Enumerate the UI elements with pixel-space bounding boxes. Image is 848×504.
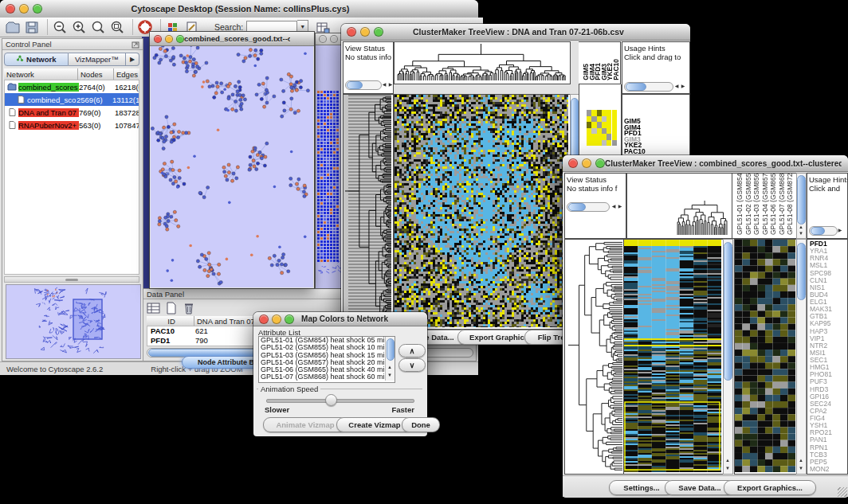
tv2-gene-labels-panel: PFD1YRA1RNR4MSL1SPC98CLN1NIS1BUD4ELG1MAK… <box>807 239 848 475</box>
move-attribute-down-button[interactable]: ∨ <box>398 358 426 372</box>
tv1-zoom-matrix[interactable] <box>587 110 617 146</box>
close-button[interactable] <box>6 4 15 14</box>
scroll-down-arrow[interactable]: ▼ <box>386 371 394 379</box>
network-list-row[interactable]: combined_sco2569(6)13112(15) <box>5 93 139 106</box>
network-canvas[interactable] <box>151 46 313 287</box>
tv2-usage-hscrollbar[interactable] <box>809 226 838 236</box>
open-file-icon[interactable] <box>5 20 21 35</box>
main-title-bar[interactable]: Cytoscape Desktop (Session Name: collins… <box>0 0 478 18</box>
tv2-column-dendrogram[interactable] <box>627 174 731 236</box>
save-icon[interactable] <box>24 20 40 35</box>
tv2-heatmap-canvas[interactable] <box>624 240 721 472</box>
attribute-list-vscrollbar[interactable]: ▲ ▼ <box>385 337 395 381</box>
tv2-vscroll-thumb[interactable] <box>724 242 732 381</box>
zoom-button[interactable] <box>285 315 294 324</box>
zoom-button[interactable] <box>176 35 184 43</box>
tv2-zoom-heatmap-canvas[interactable] <box>735 240 795 472</box>
data-col-id[interactable]: ID <box>147 316 194 326</box>
network-overview-canvas[interactable] <box>6 285 139 357</box>
close-button[interactable] <box>568 158 578 168</box>
attribute-listbox[interactable]: GPL51-01 (GSM854) heat shock 05 minGPL51… <box>258 336 395 383</box>
minimize-button[interactable] <box>19 4 29 14</box>
animate-vizmap-button[interactable]: Animate Vizmap <box>263 417 347 432</box>
close-button[interactable] <box>347 27 356 37</box>
new-attribute-icon[interactable] <box>164 302 179 318</box>
tv2-heatmap-vscrollbar[interactable]: ▲ ▼ <box>723 239 733 475</box>
scroll-right-arrow[interactable]: ▶ <box>836 226 844 234</box>
treeview1-title-bar[interactable]: ClusterMaker TreeView : DNA and Tran 07-… <box>341 24 690 41</box>
tv2-gene-scroll-thumb[interactable] <box>797 243 806 300</box>
matrix-cell[interactable] <box>612 128 617 135</box>
tv1-vscroll-thumb[interactable] <box>571 98 579 162</box>
col-header-edges[interactable]: Edges <box>114 68 139 80</box>
close-button[interactable] <box>259 315 269 324</box>
grid-network-canvas[interactable] <box>317 91 341 275</box>
zoom-in-icon[interactable] <box>71 20 87 35</box>
scroll-down-arrow[interactable]: ▼ <box>724 464 732 472</box>
search-options-icon[interactable] <box>315 20 331 35</box>
zoom-button[interactable] <box>374 27 383 37</box>
scroll-right-arrow[interactable]: ▶ <box>616 202 624 210</box>
minimize-button[interactable] <box>330 35 338 43</box>
scroll-right-arrow[interactable]: ▶ <box>679 82 687 90</box>
network-nodes-count: 769(0) <box>79 108 115 117</box>
tab-network[interactable]: Network <box>4 53 69 66</box>
tv1-status-hscrollbar[interactable] <box>345 80 382 90</box>
dialog-title-bar[interactable]: Map Colors to Network <box>253 312 427 326</box>
minimize-button[interactable] <box>272 315 281 324</box>
minimize-button[interactable] <box>165 35 173 43</box>
float-panel-icon[interactable] <box>132 37 139 52</box>
matrix-cell[interactable] <box>612 140 617 147</box>
done-button[interactable]: Done <box>402 417 440 432</box>
minimize-button[interactable] <box>360 27 370 37</box>
matrix-cell[interactable] <box>612 122 617 128</box>
tv2-status-hscrollbar[interactable] <box>567 202 610 212</box>
close-button[interactable] <box>154 35 162 43</box>
overview-divider[interactable] <box>4 276 139 283</box>
resize-grip[interactable] <box>838 487 847 497</box>
tv2-gene-dendrogram[interactable] <box>565 240 622 472</box>
animation-speed-slider-track[interactable] <box>266 399 414 403</box>
delete-attribute-icon[interactable] <box>182 302 196 318</box>
tv1-usage-hscrollbar[interactable] <box>624 82 673 92</box>
tv1-gene-dendrogram[interactable] <box>344 95 391 327</box>
tv1-column-dendrogram[interactable] <box>395 42 568 82</box>
scroll-down-arrow[interactable]: ▼ <box>797 464 805 472</box>
tv2-collabel-scroll-thumb[interactable] <box>797 175 806 225</box>
tab-overflow-arrow[interactable]: ▶ <box>126 53 139 66</box>
tab-vizmapper[interactable]: VizMapper™ <box>69 53 126 66</box>
animation-speed-slider-thumb[interactable] <box>325 394 337 406</box>
matrix-cell[interactable] <box>612 116 617 123</box>
attribute-list-scroll-thumb[interactable] <box>387 338 395 361</box>
scroll-down-arrow[interactable]: ▼ <box>797 229 805 237</box>
tv2-collabel-vscrollbar[interactable]: ▲ ▼ <box>796 173 807 239</box>
zoom-selected-icon[interactable] <box>109 20 125 35</box>
treeview2-title-bar[interactable]: ClusterMaker TreeView : combined_scores_… <box>563 155 848 172</box>
matrix-cell[interactable] <box>612 110 617 116</box>
network-list-row[interactable]: RNAPuberNov2+563(0)107847(0) <box>5 119 139 131</box>
zoom-fit-icon[interactable] <box>90 20 106 35</box>
tv2-button-export-graphics[interactable]: Export Graphics... <box>724 480 816 495</box>
col-header-network[interactable]: Network <box>4 68 78 80</box>
attribute-list-item[interactable]: GPL51-07 (GSM868) heat shock 60 min <box>259 373 395 381</box>
network-list-row[interactable]: combined_scores2764(0)16218(0) <box>5 80 139 93</box>
network-overview-panel[interactable] <box>6 284 141 359</box>
scroll-up-arrow[interactable]: ▲ <box>386 363 394 371</box>
move-attribute-up-button[interactable]: ∧ <box>398 344 426 357</box>
attribute-select-icon[interactable] <box>147 302 161 318</box>
scroll-right-arrow[interactable]: ▶ <box>387 80 394 88</box>
scroll-up-arrow[interactable]: ▲ <box>797 456 805 464</box>
tv1-heatmap-canvas[interactable] <box>395 95 568 327</box>
network-list-row[interactable]: DNA and Tran 07769(0)183728(0) <box>5 106 139 119</box>
col-header-nodes[interactable]: Nodes <box>78 68 114 80</box>
scroll-up-arrow[interactable]: ▲ <box>724 456 732 464</box>
network-window-title-bar[interactable]: combined_scores_good.txt--cluste... <box>150 32 314 46</box>
matrix-cell[interactable] <box>612 134 617 140</box>
zoom-button[interactable] <box>595 158 605 168</box>
zoom-button[interactable] <box>33 4 42 14</box>
close-button[interactable] <box>319 35 327 43</box>
zoom-out-icon[interactable] <box>52 20 68 35</box>
tv2-gene-vscrollbar[interactable]: ▲ ▼ <box>796 239 807 475</box>
gene-label[interactable]: MON2 <box>810 466 832 473</box>
minimize-button[interactable] <box>582 158 591 168</box>
